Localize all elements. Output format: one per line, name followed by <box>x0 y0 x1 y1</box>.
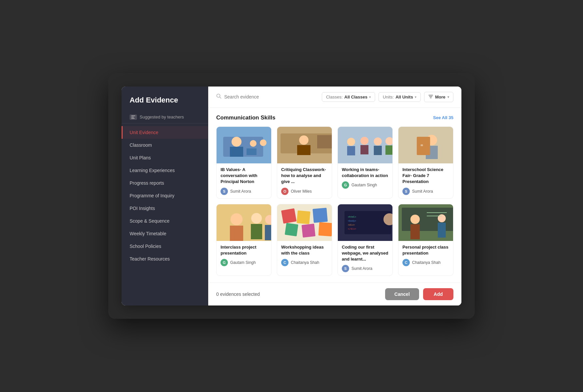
card-author: C Chaitanya Shah <box>281 259 328 266</box>
card-card-5[interactable]: Interclass project presentation G Gautam… <box>216 204 272 276</box>
card-title: Interschool Science Fair- Grade 7 Presen… <box>402 167 449 185</box>
author-avatar: S <box>402 188 410 195</box>
author-name: Sumit Arora <box>230 189 251 194</box>
card-card-4[interactable]: IB Interschool Science Fair- Grade 7 Pre… <box>398 126 453 199</box>
sidebar: Add Evidence Suggested by teachers Unit … <box>122 87 208 305</box>
svg-point-10 <box>232 137 242 147</box>
card-title: IB Values- A conversation with Principal… <box>221 167 267 185</box>
card-card-1[interactable]: IB Values- A conversation with Principal… <box>216 126 272 199</box>
footer-actions: Cancel Add <box>385 288 453 300</box>
svg-rect-60 <box>438 223 446 238</box>
card-author: S Sumit Arora <box>221 188 267 195</box>
author-name: Sumit Arora <box>351 266 372 271</box>
svg-point-35 <box>231 213 243 225</box>
author-name: Sumit Arora <box>412 189 433 194</box>
card-title: Critiquing Classwork- how to analyse and… <box>281 167 328 185</box>
card-image <box>277 204 332 241</box>
search-wrapper <box>216 94 318 100</box>
card-card-6[interactable]: Workshopping ideas with the class C Chai… <box>277 204 332 276</box>
card-card-2[interactable]: Critiquing Classwork- how to analyse and… <box>277 126 332 199</box>
cancel-button[interactable]: Cancel <box>385 288 419 300</box>
author-avatar: S <box>342 265 349 272</box>
sidebar-item-programme-of-inquiry[interactable]: Programme of Inquiry <box>122 189 208 202</box>
sidebar-item-teacher-resources[interactable]: Teacher Resources <box>122 253 208 265</box>
modal-container: Add Evidence Suggested by teachers Unit … <box>122 87 461 305</box>
card-title: Personal project class presentation <box>402 244 449 256</box>
modal-footer: 0 evidences selected Cancel Add <box>208 283 461 305</box>
filter-icon <box>428 94 433 100</box>
sidebar-item-school-policies[interactable]: School Policies <box>122 240 208 253</box>
svg-point-12 <box>250 140 257 147</box>
sidebar-item-poi-insights[interactable]: POI Insights <box>122 202 208 215</box>
evidence-area: Communication Skills See All 35 IB Value… <box>208 108 461 283</box>
card-image <box>217 204 271 241</box>
more-chevron-icon: ▾ <box>447 95 449 99</box>
section-title: Communication Skills <box>216 114 276 121</box>
units-filter[interactable]: Units: All Units ▾ <box>378 92 421 102</box>
search-icon <box>216 94 222 100</box>
card-image: IB <box>398 127 453 163</box>
outer-wrapper: Add Evidence Suggested by teachers Unit … <box>108 73 475 319</box>
svg-rect-24 <box>360 145 368 154</box>
more-filter-button[interactable]: More ▾ <box>424 92 453 102</box>
author-name: Chaitanya Shah <box>291 260 319 265</box>
sidebar-item-progress-reports[interactable]: Progress reports <box>122 177 208 189</box>
card-card-3[interactable]: Working in teams- collaboration in actio… <box>337 126 393 199</box>
search-input[interactable] <box>224 94 318 99</box>
see-all-link[interactable]: See All 35 <box>433 115 453 120</box>
add-button[interactable]: Add <box>423 288 453 300</box>
author-name: Gautam Singh <box>230 260 256 265</box>
svg-rect-32 <box>417 137 430 155</box>
svg-rect-36 <box>230 226 243 241</box>
sidebar-item-weekly-timetable[interactable]: Weekly Timetable <box>122 227 208 240</box>
sidebar-item-learning-experiences[interactable]: Learning Experiences <box>122 164 208 177</box>
svg-point-37 <box>251 213 262 224</box>
classes-filter[interactable]: Classes: All Classes ▾ <box>322 92 375 102</box>
filter-group: Classes: All Classes ▾ Units: All Units … <box>322 92 453 102</box>
svg-text:<body>: <body> <box>348 220 356 222</box>
topbar: Classes: All Classes ▾ Units: All Units … <box>208 87 461 108</box>
author-avatar: C <box>402 259 410 266</box>
svg-line-4 <box>220 97 221 98</box>
card-card-8[interactable]: Personal project class presentation C Ch… <box>398 204 453 276</box>
svg-rect-0 <box>131 115 135 116</box>
svg-rect-2 <box>131 118 135 119</box>
svg-text:<html>: <html> <box>348 216 356 218</box>
sidebar-item-unit-plans[interactable]: Unit Plans <box>122 151 208 164</box>
svg-text:</div>: </div> <box>348 228 356 230</box>
card-card-7[interactable]: <html> <body> <div> </div> Coding our fi… <box>337 204 393 276</box>
author-avatar: S <box>221 188 228 195</box>
svg-rect-28 <box>385 145 392 155</box>
main-content: Classes: All Classes ▾ Units: All Units … <box>208 87 461 305</box>
card-image: <html> <body> <div> </div> <box>338 204 392 241</box>
sidebar-item-classroom[interactable]: Classroom <box>122 139 208 151</box>
svg-rect-38 <box>251 224 262 239</box>
svg-point-21 <box>347 138 355 146</box>
svg-rect-42 <box>281 208 296 223</box>
units-chevron-icon: ▾ <box>415 95 416 99</box>
svg-point-17 <box>299 135 308 145</box>
svg-rect-44 <box>312 208 328 223</box>
svg-rect-45 <box>285 223 298 236</box>
svg-rect-49 <box>344 211 391 234</box>
svg-rect-40 <box>265 225 271 240</box>
selected-count: 0 evidences selected <box>216 292 260 297</box>
svg-point-57 <box>410 215 420 224</box>
sidebar-suggestion: Suggested by teachers <box>122 111 208 123</box>
svg-point-25 <box>374 137 382 145</box>
author-name: Chaitanya Shah <box>412 260 440 265</box>
svg-rect-1 <box>131 117 134 117</box>
svg-rect-14 <box>247 148 257 155</box>
svg-point-13 <box>260 139 267 146</box>
cards-grid: IB Values- A conversation with Principal… <box>216 126 453 276</box>
svg-point-59 <box>438 214 446 222</box>
card-title: Working in teams- collaboration in actio… <box>342 167 388 179</box>
card-author: C Chaitanya Shah <box>402 259 449 266</box>
author-avatar: C <box>281 259 289 266</box>
sidebar-item-scope-sequence[interactable]: Scope & Sequence <box>122 215 208 227</box>
svg-rect-47 <box>318 222 332 236</box>
card-image <box>277 127 332 163</box>
suggestion-icon <box>130 114 137 120</box>
author-avatar: G <box>221 259 228 266</box>
sidebar-item-unit-evidence[interactable]: Unit Evidence <box>122 126 208 139</box>
